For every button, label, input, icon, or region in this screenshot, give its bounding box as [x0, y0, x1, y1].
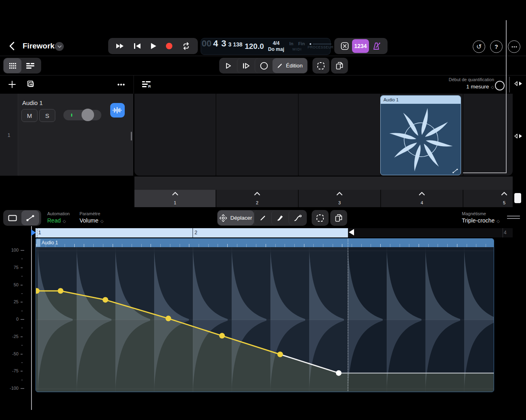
chevron-down-icon	[57, 45, 62, 48]
automation-point[interactable]	[103, 297, 108, 302]
region-name: Audio 1	[383, 97, 398, 102]
ruler-scrollbar-thumb[interactable]	[514, 193, 521, 203]
track-lane-resize-button[interactable]	[513, 133, 523, 139]
snap-control[interactable]: Magnétisme Triple-croche◇	[462, 211, 500, 224]
audio-region-cell[interactable]: Audio 1	[380, 95, 461, 175]
play-tool-button[interactable]	[220, 58, 237, 73]
record-button[interactable]	[166, 42, 173, 50]
track-icon-button[interactable]	[110, 103, 125, 118]
play-from-button[interactable]	[237, 58, 255, 73]
play-button[interactable]	[150, 42, 157, 50]
panel-drag-handle[interactable]	[507, 216, 520, 219]
bar-ruler-cell[interactable]: 5	[463, 190, 513, 207]
lane-view-switcher	[3, 210, 41, 226]
chevron-up-icon	[216, 192, 298, 195]
automation-point[interactable]	[219, 333, 225, 338]
track-panel-scrollbar[interactable]	[131, 132, 132, 141]
ellipsis-icon	[117, 84, 125, 86]
undo-button[interactable]: ↺	[473, 40, 485, 53]
automation-point[interactable]	[58, 288, 63, 294]
region-title-strip[interactable]: Audio 1	[36, 239, 494, 247]
bar-ruler-cell[interactable]: 2	[216, 190, 298, 207]
back-button[interactable]	[6, 40, 18, 52]
tracks-grid[interactable]: Audio 1	[134, 94, 513, 176]
mute-button[interactable]: M	[21, 109, 38, 122]
bar-number: 4	[381, 200, 463, 205]
scale-minor-tick	[21, 276, 23, 277]
scale-tick	[21, 302, 23, 302]
automation-point[interactable]	[166, 316, 171, 321]
track-volume-slider[interactable]	[63, 110, 101, 120]
cycle-button[interactable]	[182, 42, 191, 50]
project-title: Fireworks	[23, 42, 59, 50]
record-enable-button[interactable]	[255, 58, 272, 73]
region-inspector-icon: R	[142, 81, 151, 88]
curve-tool-button[interactable]	[289, 210, 306, 225]
automation-view-button[interactable]	[21, 210, 39, 225]
edition-mode-button[interactable]: Édition	[272, 58, 307, 73]
automation-copy-button[interactable]	[330, 210, 347, 226]
region-inspector-button[interactable]: R	[140, 79, 152, 90]
automation-marquee-button[interactable]	[312, 210, 329, 226]
automation-curve-canvas[interactable]	[36, 247, 494, 392]
marquee-select-button[interactable]	[312, 58, 329, 74]
track-number-column: 1	[0, 94, 18, 176]
callout-line-region-horizontal	[463, 172, 507, 173]
ellipsis-icon	[511, 46, 517, 48]
chevron-up-icon	[381, 192, 463, 195]
forward-button[interactable]	[115, 43, 124, 49]
divider	[509, 77, 510, 92]
duplicate-track-button[interactable]	[24, 79, 36, 90]
automation-point[interactable]	[336, 370, 342, 376]
go-to-beginning-button[interactable]	[133, 43, 141, 49]
key-signature: Do maj	[268, 46, 284, 52]
quantize-circle-button[interactable]	[495, 81, 505, 90]
grid-view-button[interactable]	[4, 58, 21, 73]
scale-tick	[21, 354, 23, 355]
lcd-tempo: 120.0	[243, 38, 266, 55]
bar-ruler-cell[interactable]: 1	[134, 190, 216, 207]
bar-ruler[interactable]: 12345	[134, 190, 513, 207]
add-track-button[interactable]	[6, 79, 18, 90]
bar-ruler-cell[interactable]: 4	[380, 190, 463, 207]
quantize-start-control[interactable]: Début de quantification 1 mesure◇	[388, 77, 494, 90]
copy-paste-button[interactable]	[331, 58, 348, 74]
selector-diamond-icon: ◇	[63, 219, 66, 223]
track-tools-row: R Début de quantification 1 mesure◇	[0, 76, 526, 94]
pencil-tool-button[interactable]	[254, 210, 271, 225]
project-menu-button[interactable]	[55, 42, 64, 51]
playhead-marker[interactable]	[31, 229, 36, 236]
automation-mode-control[interactable]: Automation Read◇	[47, 211, 70, 224]
waveform-burst-upper	[464, 251, 494, 320]
volume-slider-knob[interactable]	[82, 109, 94, 121]
move-tool-button[interactable]: Déplacer	[218, 210, 254, 225]
editor-ruler-dark[interactable]: 4	[348, 228, 513, 237]
metronome-button[interactable]	[372, 42, 381, 50]
bar-number: 1	[134, 200, 216, 205]
parameter-control[interactable]: Paramètre Volume◇	[80, 211, 103, 224]
cycle-end-marker[interactable]	[349, 229, 354, 235]
brush-tool-button[interactable]	[271, 210, 289, 225]
scale-label: 50	[4, 282, 19, 287]
help-button[interactable]: ?	[490, 40, 503, 53]
track-header-resize-button[interactable]	[513, 80, 523, 87]
volume-unity-tick	[71, 113, 72, 117]
editor-ruler-cycle[interactable]: 1 2	[36, 228, 348, 237]
more-options-button[interactable]	[508, 40, 520, 53]
lcd-display[interactable]: 004 33 138 120.0 4/4 Do maj In Fin MIDI	[201, 38, 331, 55]
bar-ruler-cell[interactable]: 3	[298, 190, 380, 207]
tracks-view-button[interactable]	[21, 58, 39, 73]
clear-recording-button[interactable]	[341, 42, 349, 50]
automation-point[interactable]	[277, 352, 283, 357]
automation-region[interactable]: Audio 1	[36, 238, 494, 392]
parameter-value: Volume	[80, 217, 98, 224]
scale-tick	[21, 388, 24, 389]
track-header[interactable]: 1 Audio 1 M S	[0, 94, 133, 176]
track-more-button[interactable]	[115, 79, 127, 90]
solo-button[interactable]: S	[39, 109, 55, 122]
bar-4-line	[503, 228, 503, 237]
pencil-icon	[260, 215, 266, 221]
region-view-button[interactable]	[4, 210, 21, 225]
scale-minor-tick	[21, 311, 23, 311]
count-in-button[interactable]: 1234	[352, 39, 369, 53]
